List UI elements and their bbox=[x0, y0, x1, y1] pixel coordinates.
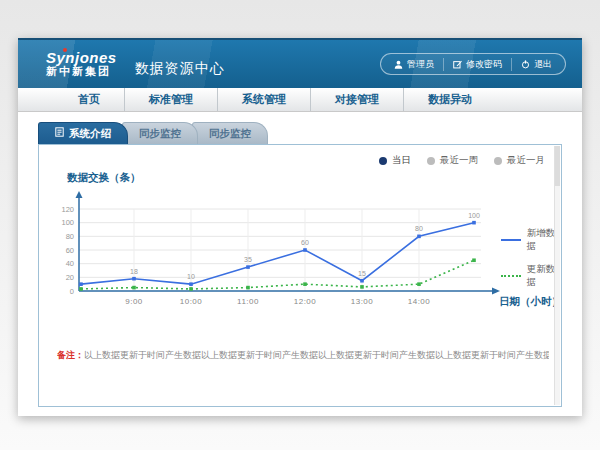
radio-last-week-label: 最近一周 bbox=[440, 154, 478, 167]
radio-last-week[interactable]: 最近一周 bbox=[427, 154, 478, 167]
app-header: Synjones 新中新集团 数据资源中心 管理员 修改密码 退出 bbox=[18, 38, 582, 88]
svg-text:80: 80 bbox=[66, 232, 74, 241]
solid-line-swatch-icon bbox=[501, 239, 521, 241]
svg-text:15: 15 bbox=[358, 270, 366, 277]
svg-text:10:00: 10:00 bbox=[180, 297, 203, 306]
user-menu-admin-label: 管理员 bbox=[407, 58, 434, 71]
tab-system-intro[interactable]: 系统介绍 bbox=[38, 122, 128, 144]
svg-text:80: 80 bbox=[415, 225, 423, 232]
user-menu-logout-label: 退出 bbox=[534, 58, 552, 71]
tab-sync-monitor-1[interactable]: 同步监控 bbox=[122, 122, 198, 144]
svg-text:100: 100 bbox=[468, 212, 480, 219]
main-nav: 首页 标准管理 系统管理 对接管理 数据异动 bbox=[18, 88, 582, 112]
radio-last-month[interactable]: 最近一月 bbox=[494, 154, 545, 167]
svg-text:10: 10 bbox=[187, 273, 195, 280]
dotted-line-swatch-icon bbox=[501, 275, 521, 277]
tab-sync-monitor-1-label: 同步监控 bbox=[139, 123, 181, 144]
svg-text:12:00: 12:00 bbox=[294, 297, 317, 306]
nav-item-system-mgmt[interactable]: 系统管理 bbox=[217, 88, 310, 111]
footnote-prefix: 备注： bbox=[57, 350, 84, 360]
svg-text:40: 40 bbox=[66, 259, 74, 268]
svg-text:20: 20 bbox=[66, 273, 74, 282]
radio-last-month-label: 最近一月 bbox=[507, 154, 545, 167]
radio-dot-icon bbox=[427, 157, 435, 165]
legend-new-data[interactable]: 新增数据 bbox=[501, 227, 561, 253]
svg-text:60: 60 bbox=[301, 239, 309, 246]
svg-text:13:00: 13:00 bbox=[351, 297, 374, 306]
user-menu-change-password-label: 修改密码 bbox=[466, 58, 502, 71]
panel-scrollbar-thumb[interactable] bbox=[555, 146, 560, 186]
edit-icon bbox=[453, 60, 462, 69]
logo-company-name: 新中新集团 bbox=[46, 66, 117, 78]
radio-dot-icon bbox=[494, 157, 502, 165]
svg-text:120: 120 bbox=[61, 205, 74, 214]
nav-item-home[interactable]: 首页 bbox=[54, 88, 124, 111]
content-panel: 当日 最近一周 最近一月 数据交换（条） 0204060801001209:00… bbox=[38, 144, 562, 407]
page-title: 数据资源中心 bbox=[135, 60, 225, 78]
svg-text:100: 100 bbox=[61, 218, 74, 227]
legend-updated-data[interactable]: 更新数据 bbox=[501, 263, 561, 289]
svg-text:14:00: 14:00 bbox=[408, 297, 431, 306]
app-window: Synjones 新中新集团 数据资源中心 管理员 修改密码 退出 bbox=[18, 38, 582, 416]
line-chart: 0204060801001209:0010:0011:0012:0013:001… bbox=[49, 185, 509, 317]
svg-text:18: 18 bbox=[130, 268, 138, 275]
svg-text:35: 35 bbox=[244, 256, 252, 263]
nav-item-data-change[interactable]: 数据异动 bbox=[403, 88, 496, 111]
footnote-text: 以上数据更新于时间产生数据以上数据更新于时间产生数据以上数据更新于时间产生数据以… bbox=[84, 350, 549, 360]
tab-bar: 系统介绍 同步监控 同步监控 bbox=[38, 123, 262, 144]
radio-today-label: 当日 bbox=[392, 154, 411, 167]
svg-text:9:00: 9:00 bbox=[125, 297, 143, 306]
chart-legend: 新增数据 更新数据 bbox=[501, 227, 561, 299]
user-menu-logout[interactable]: 退出 bbox=[511, 58, 561, 71]
footnote: 备注：以上数据更新于时间产生数据以上数据更新于时间产生数据以上数据更新于时间产生… bbox=[57, 349, 549, 362]
nav-item-interface-mgmt[interactable]: 对接管理 bbox=[310, 88, 403, 111]
panel-scrollbar[interactable] bbox=[554, 146, 560, 405]
power-icon bbox=[521, 60, 530, 69]
radio-today[interactable]: 当日 bbox=[379, 154, 411, 167]
svg-text:0: 0 bbox=[70, 287, 74, 296]
user-icon bbox=[394, 60, 403, 69]
user-menu-admin[interactable]: 管理员 bbox=[385, 58, 443, 71]
tab-sync-monitor-2[interactable]: 同步监控 bbox=[192, 122, 268, 144]
time-range-filter: 当日 最近一周 最近一月 bbox=[379, 154, 545, 167]
company-logo: Synjones 新中新集团 bbox=[46, 50, 117, 77]
tab-sync-monitor-2-label: 同步监控 bbox=[209, 123, 251, 144]
y-axis-title: 数据交换（条） bbox=[67, 171, 141, 185]
svg-text:60: 60 bbox=[66, 246, 74, 255]
svg-text:11:00: 11:00 bbox=[237, 297, 259, 306]
user-menu: 管理员 修改密码 退出 bbox=[380, 53, 566, 75]
nav-item-standard-mgmt[interactable]: 标准管理 bbox=[124, 88, 217, 111]
radio-dot-icon bbox=[379, 157, 387, 165]
document-icon bbox=[55, 123, 64, 144]
tab-system-intro-label: 系统介绍 bbox=[69, 123, 111, 144]
user-menu-change-password[interactable]: 修改密码 bbox=[443, 58, 511, 71]
logo-brand: Synjones bbox=[46, 50, 117, 66]
